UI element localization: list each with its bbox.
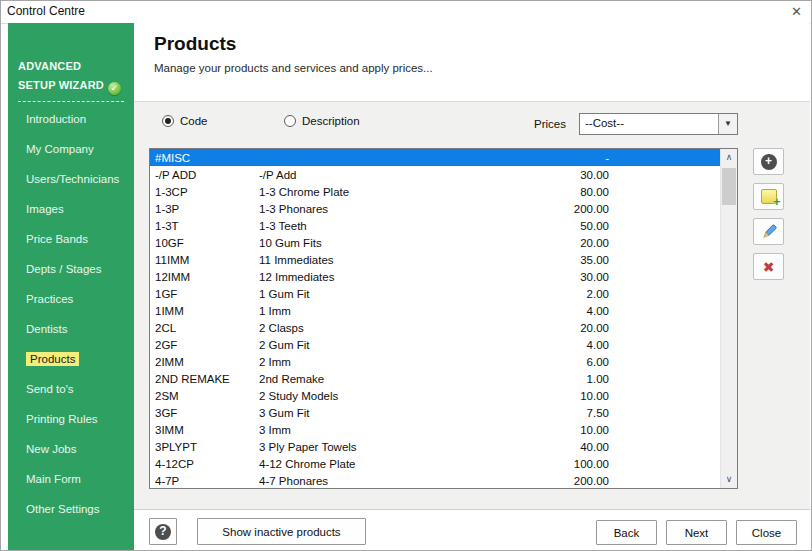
code-radio[interactable]: Code [162, 115, 208, 127]
product-row[interactable]: -/P ADD -/P Add 30.00 [150, 166, 720, 183]
product-row[interactable]: #MISC - [150, 149, 720, 166]
product-row[interactable]: 10GF 10 Gum Fits 20.00 [150, 234, 720, 251]
product-description: 2 Clasps [259, 322, 489, 334]
sidebar-item-other-settings[interactable]: Other Settings [8, 494, 134, 524]
sidebar-item-images[interactable]: Images [8, 194, 134, 224]
product-code: #MISC [150, 152, 259, 164]
sidebar-item-label: Main Form [26, 473, 81, 485]
product-description: 3 Imm [259, 424, 489, 436]
sidebar-item-send-tos[interactable]: Send to's [8, 374, 134, 404]
back-button[interactable]: Back [596, 520, 657, 545]
delete-product-button[interactable]: ✖ [753, 253, 784, 280]
sidebar-item-label: Other Settings [26, 503, 100, 515]
prices-dropdown-value: --Cost-- [585, 117, 624, 129]
title-bar: Control Centre ✕ [1, 1, 811, 24]
sidebar: ADVANCED SETUP WIZARD✓ Introduction My C… [8, 23, 134, 550]
product-row[interactable]: 2IMM 2 Imm 6.00 [150, 353, 720, 370]
product-price: 30.00 [489, 169, 609, 181]
sidebar-item-main-form[interactable]: Main Form [8, 464, 134, 494]
sidebar-item-label: My Company [26, 143, 94, 155]
product-code: 2ND REMAKE [150, 373, 259, 385]
product-row[interactable]: 12IMM 12 Immediates 30.00 [150, 268, 720, 285]
sidebar-header-setup-wizard: SETUP WIZARD✓ [18, 76, 134, 95]
sidebar-header-advanced: ADVANCED [18, 57, 134, 76]
product-row[interactable]: 3IMM 3 Imm 10.00 [150, 421, 720, 438]
sidebar-item-label: Introduction [26, 113, 86, 125]
product-row[interactable]: 1-3CP 1-3 Chrome Plate 80.00 [150, 183, 720, 200]
product-price: 10.00 [489, 390, 609, 402]
sidebar-item-my-company[interactable]: My Company [8, 134, 134, 164]
product-row[interactable]: 3GF 3 Gum Fit 7.50 [150, 404, 720, 421]
product-row[interactable]: 1-3T 1-3 Teeth 50.00 [150, 217, 720, 234]
product-row[interactable]: 2ND REMAKE 2nd Remake 1.00 [150, 370, 720, 387]
sidebar-item-introduction[interactable]: Introduction [8, 104, 134, 134]
product-code: 4-7P [150, 475, 259, 487]
sidebar-item-dentists[interactable]: Dentists [8, 314, 134, 344]
product-code: 2SM [150, 390, 259, 402]
product-row[interactable]: 1GF 1 Gum Fit 2.00 [150, 285, 720, 302]
sidebar-item-users-technicians[interactable]: Users/Technicians [8, 164, 134, 194]
next-button[interactable]: Next [666, 520, 727, 545]
window-title: Control Centre [7, 4, 85, 18]
scrollbar-thumb[interactable] [722, 168, 736, 205]
sidebar-item-depts-stages[interactable]: Depts / Stages [8, 254, 134, 284]
product-row[interactable]: 2GF 2 Gum Fit 4.00 [150, 336, 720, 353]
product-code: 1GF [150, 288, 259, 300]
sidebar-item-printing-rules[interactable]: Printing Rules [8, 404, 134, 434]
product-price: 200.00 [489, 475, 609, 487]
product-row[interactable]: 1-3P 1-3 Phonares 200.00 [150, 200, 720, 217]
description-radio[interactable]: Description [284, 115, 360, 127]
show-inactive-products-button[interactable]: Show inactive products [197, 518, 366, 545]
sidebar-item-label: Price Bands [26, 233, 88, 245]
add-product-button[interactable]: + [753, 148, 784, 175]
product-code: -/P ADD [150, 169, 259, 181]
close-icon[interactable]: ✕ [791, 3, 802, 21]
sidebar-item-label: Users/Technicians [26, 173, 119, 185]
product-price: 200.00 [489, 203, 609, 215]
help-button[interactable]: ? [149, 518, 177, 545]
product-row[interactable]: 1IMM 1 Imm 4.00 [150, 302, 720, 319]
plus-circle-icon: + [761, 154, 777, 170]
product-price: 80.00 [489, 186, 609, 198]
product-code: 1-3CP [150, 186, 259, 198]
product-rows: #MISC - -/P ADD -/P Add 30.00 1-3CP 1-3 … [150, 149, 720, 489]
product-description: 3 Gum Fit [259, 407, 489, 419]
duplicate-product-button[interactable]: + [753, 183, 784, 210]
product-description: 1-3 Chrome Plate [259, 186, 489, 198]
product-row[interactable]: 3PLYPT 3 Ply Paper Towels 40.00 [150, 438, 720, 455]
product-row[interactable]: 11IMM 11 Immediates 35.00 [150, 251, 720, 268]
sidebar-item-practices[interactable]: Practices [8, 284, 134, 314]
prices-label: Prices [534, 118, 566, 130]
sidebar-item-products[interactable]: Products [8, 344, 134, 374]
product-row[interactable]: 2CL 2 Clasps 20.00 [150, 319, 720, 336]
product-description: 1 Imm [259, 305, 489, 317]
product-row[interactable]: 2SM 2 Study Models 10.00 [150, 387, 720, 404]
vertical-scrollbar[interactable]: ∧ ∨ [720, 149, 737, 488]
product-row[interactable]: 4-12CP 4-12 Chrome Plate 100.00 [150, 455, 720, 472]
product-description: 4-12 Chrome Plate [259, 458, 489, 470]
product-price: 4.00 [489, 339, 609, 351]
scroll-down-icon[interactable]: ∨ [721, 471, 737, 488]
product-code: 3GF [150, 407, 259, 419]
product-description: 1-3 Phonares [259, 203, 489, 215]
sidebar-item-new-jobs[interactable]: New Jobs [8, 434, 134, 464]
sidebar-item-price-bands[interactable]: Price Bands [8, 224, 134, 254]
close-button[interactable]: Close [736, 520, 797, 545]
product-price: 6.00 [489, 356, 609, 368]
product-price: 10.00 [489, 424, 609, 436]
product-code: 2CL [150, 322, 259, 334]
scroll-up-icon[interactable]: ∧ [721, 149, 737, 166]
product-price: 100.00 [489, 458, 609, 470]
note-add-icon: + [761, 189, 777, 204]
product-code: 10GF [150, 237, 259, 249]
prices-dropdown[interactable]: --Cost-- ▼ [579, 113, 738, 135]
sidebar-item-label: Dentists [26, 323, 68, 335]
product-price: 7.50 [489, 407, 609, 419]
product-description: 1 Gum Fit [259, 288, 489, 300]
edit-product-button[interactable] [753, 218, 784, 245]
product-price: 1.00 [489, 373, 609, 385]
product-description: 10 Gum Fits [259, 237, 489, 249]
product-description: 2 Imm [259, 356, 489, 368]
chevron-down-icon[interactable]: ▼ [718, 114, 737, 134]
product-row[interactable]: 4-7P 4-7 Phonares 200.00 [150, 472, 720, 489]
